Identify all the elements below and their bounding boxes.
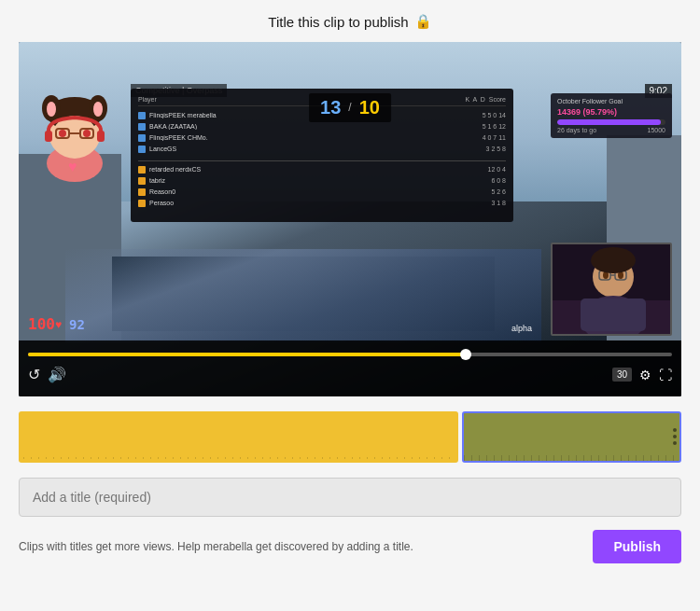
team-t-indicator-2 [138, 177, 146, 185]
page-header: Title this clip to publish 🔒 [0, 0, 700, 42]
score-t: 10 [359, 97, 380, 118]
helper-text: Clips with titles get more views. Help m… [19, 540, 593, 553]
alpha-label: alpha [511, 324, 532, 333]
player-row-5: retarded nerdxCS 12 0 4 [138, 164, 506, 175]
timeline-section [19, 411, 681, 463]
follower-target: 15000 [648, 127, 665, 133]
quality-label[interactable]: 30 [612, 368, 632, 382]
team-ct-indicator [138, 112, 146, 119]
score-ct: 13 [320, 97, 341, 118]
svg-rect-15 [97, 131, 105, 142]
video-controls: ↺ 🔊 30 ⚙ ⛶ [19, 340, 681, 396]
dot-2 [673, 435, 677, 438]
svg-point-5 [47, 102, 56, 117]
svg-text:♥: ♥ [68, 159, 77, 174]
lock-icon: 🔒 [414, 13, 432, 30]
replay-button[interactable]: ↺ [28, 366, 40, 383]
team-t-indicator-4 [138, 200, 146, 207]
hud-heart-icon: ♥ [55, 318, 62, 331]
follower-goal: October Follower Goal 14369 (95.79%) 26 … [551, 93, 672, 138]
settings-icon[interactable]: ⚙ [639, 368, 651, 382]
timeline-ticks [19, 411, 458, 463]
title-input[interactable] [19, 478, 681, 517]
svg-rect-14 [45, 131, 52, 142]
team-t-section: retarded nerdxCS 12 0 4 tabriz 6 0 8 Rea… [138, 164, 506, 209]
days-remaining: 26 days to go [557, 127, 596, 133]
timeline-left[interactable] [19, 411, 458, 463]
timeline-right-ticks [464, 413, 679, 461]
title-text: Title this clip to publish [268, 14, 408, 30]
dot-1 [673, 428, 677, 432]
cam-figure [553, 244, 670, 334]
follower-goal-count: 14369 (95.79%) [557, 107, 665, 117]
hud-health: 100 [28, 315, 55, 333]
svg-point-12 [83, 130, 91, 137]
dot-3 [673, 441, 677, 445]
team-ct-indicator-3 [138, 134, 146, 142]
scoreboard-divider [138, 160, 506, 161]
progress-bar-track[interactable] [28, 353, 672, 356]
input-section [19, 478, 681, 517]
follower-progress-fill [557, 119, 661, 125]
player-row-2: BAKA (ZAATAA) 5 1 6 12 [138, 121, 506, 132]
svg-point-11 [59, 130, 66, 137]
svg-point-25 [591, 247, 636, 273]
svg-rect-30 [23, 415, 454, 459]
player-row-3: FlinqisPEEK CHMo. 4 0 7 11 [138, 132, 506, 144]
player-row-7: Reason0 5 2 6 [138, 187, 506, 198]
streamer-svg [553, 244, 672, 336]
svg-point-6 [93, 102, 103, 117]
team-t-indicator [138, 166, 146, 174]
fullscreen-icon[interactable]: ⛶ [659, 368, 672, 382]
timeline-right[interactable] [462, 411, 681, 463]
streamer-webcam [551, 243, 672, 336]
hud-armor: 92 [69, 317, 85, 332]
anime-avatar: ♥ [28, 93, 121, 187]
volume-button[interactable]: 🔊 [48, 366, 66, 383]
team-ct-indicator-4 [138, 146, 146, 153]
progress-bar-fill [28, 353, 466, 356]
score-separator: / [348, 101, 351, 114]
timeline-right-inner [464, 413, 679, 461]
timeline-dots-right [673, 428, 677, 445]
game-score: 13 / 10 [309, 93, 391, 122]
bottom-row: Clips with titles get more views. Help m… [19, 530, 681, 563]
team-t-indicator-3 [138, 188, 146, 196]
controls-row: ↺ 🔊 30 ⚙ ⛶ [28, 366, 672, 383]
progress-thumb[interactable] [460, 349, 471, 360]
svg-rect-34 [464, 413, 679, 461]
follower-goal-footer: 26 days to go 15000 [557, 127, 665, 133]
publish-button[interactable]: Publish [593, 530, 681, 563]
video-player[interactable]: Competitive | Overpass 9:02 13 / 10 Play… [19, 42, 681, 396]
player-row-4: LanceGS 3 2 5 8 [138, 144, 506, 155]
avatar-svg: ♥ [28, 93, 121, 187]
follower-progress-bar [557, 119, 665, 125]
player-row-6: tabriz 6 0 8 [138, 175, 506, 187]
follower-goal-title: October Follower Goal [557, 98, 665, 104]
team-ct-indicator-2 [138, 123, 146, 131]
player-row-8: Perasoo 3 1 8 [138, 198, 506, 209]
timeline-ticks-svg [23, 415, 454, 459]
page-container: Title this clip to publish 🔒 Competitive… [0, 0, 700, 611]
svg-rect-26 [581, 299, 646, 331]
page-title: Title this clip to publish 🔒 [268, 13, 431, 30]
